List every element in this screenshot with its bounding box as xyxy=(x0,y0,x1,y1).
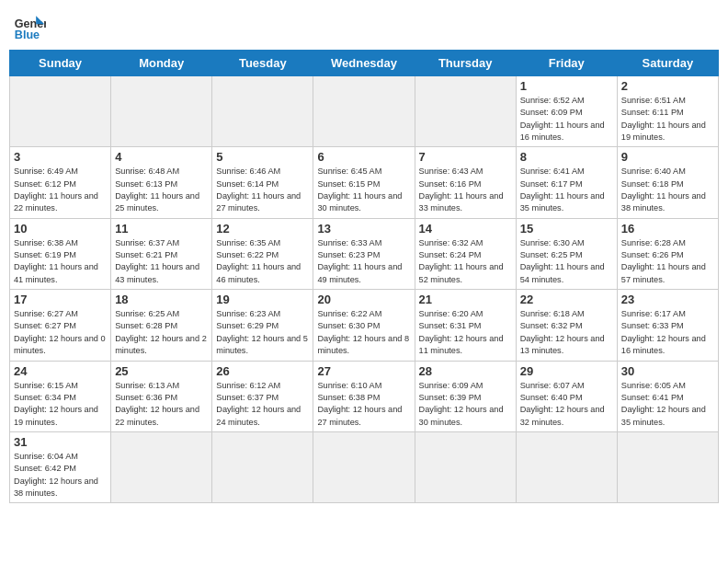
day-number: 18 xyxy=(115,293,208,306)
day-number: 11 xyxy=(115,222,208,236)
day-info: Sunrise: 6:51 AMSunset: 6:11 PMDaylight:… xyxy=(621,95,714,144)
calendar-cell xyxy=(516,431,617,502)
calendar-cell xyxy=(212,431,313,502)
calendar-cell: 8Sunrise: 6:41 AMSunset: 6:17 PMDaylight… xyxy=(516,147,617,218)
day-info: Sunrise: 6:23 AMSunset: 6:29 PMDaylight:… xyxy=(216,308,309,357)
calendar-cell: 7Sunrise: 6:43 AMSunset: 6:16 PMDaylight… xyxy=(415,147,516,218)
day-number: 23 xyxy=(621,293,714,306)
weekday-header-saturday: Saturday xyxy=(617,51,718,76)
calendar-cell: 20Sunrise: 6:22 AMSunset: 6:30 PMDayligh… xyxy=(313,290,415,361)
day-number: 24 xyxy=(14,364,107,378)
calendar-cell: 21Sunrise: 6:20 AMSunset: 6:31 PMDayligh… xyxy=(415,290,516,361)
day-number: 26 xyxy=(216,364,309,378)
day-number: 25 xyxy=(115,364,208,378)
day-info: Sunrise: 6:28 AMSunset: 6:26 PMDaylight:… xyxy=(621,237,714,286)
weekday-header-wednesday: Wednesday xyxy=(313,51,415,76)
calendar-cell: 18Sunrise: 6:25 AMSunset: 6:28 PMDayligh… xyxy=(111,290,212,361)
day-number: 29 xyxy=(520,364,613,378)
day-info: Sunrise: 6:48 AMSunset: 6:13 PMDaylight:… xyxy=(115,166,208,214)
day-info: Sunrise: 6:30 AMSunset: 6:25 PMDaylight:… xyxy=(520,237,613,286)
weekday-header-sunday: Sunday xyxy=(10,51,111,76)
calendar-cell: 17Sunrise: 6:27 AMSunset: 6:27 PMDayligh… xyxy=(10,290,111,361)
calendar-cell: 26Sunrise: 6:12 AMSunset: 6:37 PMDayligh… xyxy=(212,361,313,431)
calendar-week-row: 31Sunrise: 6:04 AMSunset: 6:42 PMDayligh… xyxy=(10,431,719,502)
day-number: 22 xyxy=(520,293,613,306)
calendar-week-row: 17Sunrise: 6:27 AMSunset: 6:27 PMDayligh… xyxy=(10,290,719,361)
day-info: Sunrise: 6:52 AMSunset: 6:09 PMDaylight:… xyxy=(520,95,613,144)
logo: General Blue xyxy=(13,9,46,42)
calendar-cell: 25Sunrise: 6:13 AMSunset: 6:36 PMDayligh… xyxy=(111,361,212,431)
calendar-cell: 5Sunrise: 6:46 AMSunset: 6:14 PMDaylight… xyxy=(212,147,313,218)
day-info: Sunrise: 6:27 AMSunset: 6:27 PMDaylight:… xyxy=(14,308,107,357)
weekday-header-thursday: Thursday xyxy=(415,51,516,76)
day-info: Sunrise: 6:43 AMSunset: 6:16 PMDaylight:… xyxy=(419,166,512,214)
day-number: 3 xyxy=(14,150,107,164)
day-number: 28 xyxy=(419,364,512,378)
calendar-cell: 16Sunrise: 6:28 AMSunset: 6:26 PMDayligh… xyxy=(617,218,718,289)
day-info: Sunrise: 6:35 AMSunset: 6:22 PMDaylight:… xyxy=(216,237,309,286)
day-number: 10 xyxy=(14,222,107,236)
day-number: 17 xyxy=(14,293,107,306)
day-info: Sunrise: 6:45 AMSunset: 6:15 PMDaylight:… xyxy=(317,166,410,214)
calendar-cell xyxy=(617,431,718,502)
day-info: Sunrise: 6:09 AMSunset: 6:39 PMDaylight:… xyxy=(419,380,512,429)
calendar-cell: 29Sunrise: 6:07 AMSunset: 6:40 PMDayligh… xyxy=(516,361,617,431)
logo-icon: General Blue xyxy=(13,9,46,42)
calendar-cell: 28Sunrise: 6:09 AMSunset: 6:39 PMDayligh… xyxy=(415,361,516,431)
day-info: Sunrise: 6:13 AMSunset: 6:36 PMDaylight:… xyxy=(115,380,208,429)
calendar-week-row: 1Sunrise: 6:52 AMSunset: 6:09 PMDaylight… xyxy=(10,76,719,147)
calendar-week-row: 3Sunrise: 6:49 AMSunset: 6:12 PMDaylight… xyxy=(10,147,719,218)
calendar-cell xyxy=(313,431,415,502)
calendar-cell: 2Sunrise: 6:51 AMSunset: 6:11 PMDaylight… xyxy=(617,76,718,147)
day-number: 13 xyxy=(317,222,410,236)
calendar-cell: 13Sunrise: 6:33 AMSunset: 6:23 PMDayligh… xyxy=(313,218,415,289)
weekday-header-monday: Monday xyxy=(111,51,212,76)
day-info: Sunrise: 6:15 AMSunset: 6:34 PMDaylight:… xyxy=(14,380,107,429)
calendar-cell: 9Sunrise: 6:40 AMSunset: 6:18 PMDaylight… xyxy=(617,147,718,218)
day-info: Sunrise: 6:17 AMSunset: 6:33 PMDaylight:… xyxy=(621,308,714,357)
calendar-cell: 24Sunrise: 6:15 AMSunset: 6:34 PMDayligh… xyxy=(10,361,111,431)
calendar-table: SundayMondayTuesdayWednesdayThursdayFrid… xyxy=(9,50,719,503)
day-number: 21 xyxy=(419,293,512,306)
calendar-cell: 27Sunrise: 6:10 AMSunset: 6:38 PMDayligh… xyxy=(313,361,415,431)
day-info: Sunrise: 6:25 AMSunset: 6:28 PMDaylight:… xyxy=(115,308,208,357)
calendar-cell xyxy=(111,431,212,502)
day-number: 8 xyxy=(520,150,613,164)
page-header: General Blue xyxy=(9,9,719,42)
day-info: Sunrise: 6:04 AMSunset: 6:42 PMDaylight:… xyxy=(14,451,107,500)
calendar-week-row: 10Sunrise: 6:38 AMSunset: 6:19 PMDayligh… xyxy=(10,218,719,289)
calendar-cell: 15Sunrise: 6:30 AMSunset: 6:25 PMDayligh… xyxy=(516,218,617,289)
calendar-cell: 11Sunrise: 6:37 AMSunset: 6:21 PMDayligh… xyxy=(111,218,212,289)
weekday-header-friday: Friday xyxy=(516,51,617,76)
day-info: Sunrise: 6:46 AMSunset: 6:14 PMDaylight:… xyxy=(216,166,309,214)
calendar-cell: 31Sunrise: 6:04 AMSunset: 6:42 PMDayligh… xyxy=(10,431,111,502)
day-info: Sunrise: 6:20 AMSunset: 6:31 PMDaylight:… xyxy=(419,308,512,357)
day-number: 7 xyxy=(419,150,512,164)
day-number: 14 xyxy=(419,222,512,236)
day-number: 16 xyxy=(621,222,714,236)
day-number: 2 xyxy=(621,79,714,93)
calendar-cell xyxy=(415,76,516,147)
day-info: Sunrise: 6:05 AMSunset: 6:41 PMDaylight:… xyxy=(621,380,714,429)
calendar-cell: 10Sunrise: 6:38 AMSunset: 6:19 PMDayligh… xyxy=(10,218,111,289)
calendar-cell: 6Sunrise: 6:45 AMSunset: 6:15 PMDaylight… xyxy=(313,147,415,218)
day-info: Sunrise: 6:40 AMSunset: 6:18 PMDaylight:… xyxy=(621,166,714,214)
calendar-cell xyxy=(415,431,516,502)
day-info: Sunrise: 6:37 AMSunset: 6:21 PMDaylight:… xyxy=(115,237,208,286)
day-info: Sunrise: 6:32 AMSunset: 6:24 PMDaylight:… xyxy=(419,237,512,286)
calendar-cell: 30Sunrise: 6:05 AMSunset: 6:41 PMDayligh… xyxy=(617,361,718,431)
day-number: 1 xyxy=(520,79,613,93)
calendar-cell: 23Sunrise: 6:17 AMSunset: 6:33 PMDayligh… xyxy=(617,290,718,361)
day-number: 15 xyxy=(520,222,613,236)
day-info: Sunrise: 6:22 AMSunset: 6:30 PMDaylight:… xyxy=(317,308,410,357)
calendar-cell: 4Sunrise: 6:48 AMSunset: 6:13 PMDaylight… xyxy=(111,147,212,218)
calendar-cell xyxy=(212,76,313,147)
calendar-cell: 14Sunrise: 6:32 AMSunset: 6:24 PMDayligh… xyxy=(415,218,516,289)
calendar-cell xyxy=(313,76,415,147)
day-number: 12 xyxy=(216,222,309,236)
day-number: 20 xyxy=(317,293,410,306)
calendar-cell: 1Sunrise: 6:52 AMSunset: 6:09 PMDaylight… xyxy=(516,76,617,147)
day-info: Sunrise: 6:38 AMSunset: 6:19 PMDaylight:… xyxy=(14,237,107,286)
calendar-cell xyxy=(111,76,212,147)
calendar-cell: 3Sunrise: 6:49 AMSunset: 6:12 PMDaylight… xyxy=(10,147,111,218)
